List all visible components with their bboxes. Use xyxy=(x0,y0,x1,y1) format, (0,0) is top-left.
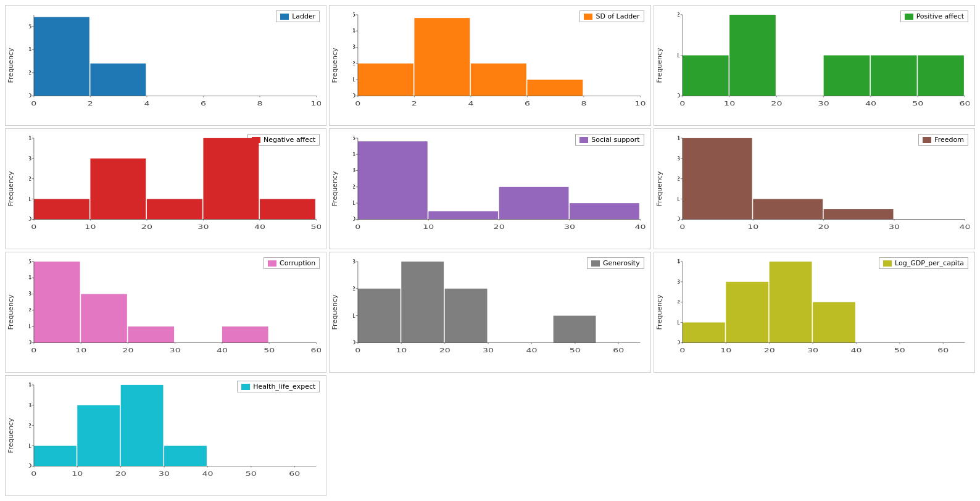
y-tick-label: 2 xyxy=(353,285,356,291)
x-tick-label: 30 xyxy=(807,347,818,354)
y-tick-label: 4 xyxy=(29,382,32,388)
bar xyxy=(528,80,583,96)
y-tick-label: 5 xyxy=(29,259,32,265)
y-tick-label: 2 xyxy=(29,422,32,428)
y-axis-label: Frequency xyxy=(7,48,15,83)
x-tick-label: 40 xyxy=(865,101,876,107)
bar xyxy=(683,56,729,96)
x-tick-label: 30 xyxy=(818,101,829,107)
svg-generosity: 01020304050600123 xyxy=(353,259,645,355)
x-tick-label: 6 xyxy=(525,101,530,107)
y-tick-label: 0 xyxy=(29,93,32,99)
y-tick-label: 2 xyxy=(353,60,356,67)
bar xyxy=(147,199,202,220)
chart-health-life-expect: FrequencyHealth_life_expect0102030405060… xyxy=(5,375,326,496)
y-tick-label: 4 xyxy=(678,259,681,265)
y-tick-label: 0 xyxy=(29,463,32,469)
x-tick-label: 60 xyxy=(613,347,625,354)
y-tick-label: 2 xyxy=(678,175,681,181)
y-tick-label: 0 xyxy=(353,216,356,222)
x-tick-label: 30 xyxy=(889,224,900,230)
x-tick-label: 8 xyxy=(581,101,587,107)
x-tick-label: 0 xyxy=(679,101,685,107)
bar xyxy=(203,138,259,220)
bar xyxy=(813,302,855,343)
y-tick-label: 2 xyxy=(678,12,681,18)
x-tick-label: 20 xyxy=(771,101,782,107)
y-tick-label: 3 xyxy=(353,44,356,50)
bar xyxy=(402,262,444,343)
bar xyxy=(81,294,127,343)
x-tick-label: 40 xyxy=(959,224,970,230)
y-tick-label: 5 xyxy=(353,12,356,18)
x-tick-label: 0 xyxy=(355,101,361,107)
x-tick-label: 0 xyxy=(31,471,36,477)
bar xyxy=(499,187,569,220)
chart-freedom: FrequencyFreedom01020304001234 xyxy=(654,128,975,249)
bar xyxy=(90,159,146,220)
x-tick-label: 40 xyxy=(850,347,862,354)
x-tick-label: 8 xyxy=(257,101,262,107)
chart-social-support: FrequencySocial support010203040012345 xyxy=(329,128,650,249)
bar xyxy=(358,141,428,219)
x-tick-label: 60 xyxy=(937,347,949,354)
x-tick-label: 50 xyxy=(246,471,257,477)
y-tick-label: 1 xyxy=(353,312,356,318)
svg-positive-affect: 0102030405060012 xyxy=(678,12,970,108)
x-tick-label: 10 xyxy=(85,224,96,230)
bar xyxy=(164,446,207,466)
y-tick-label: 0 xyxy=(678,93,681,99)
x-tick-label: 4 xyxy=(468,101,474,107)
bar xyxy=(471,64,526,96)
bar xyxy=(729,15,776,96)
x-tick-label: 20 xyxy=(141,224,152,230)
svg-ladder: 02468100246 xyxy=(29,12,321,108)
svg-sd-ladder: 0246810012345 xyxy=(353,12,645,108)
y-tick-label: 4 xyxy=(29,275,32,281)
x-tick-label: 0 xyxy=(355,224,361,230)
y-tick-label: 2 xyxy=(29,70,32,76)
x-tick-label: 30 xyxy=(197,224,209,230)
bar xyxy=(683,323,725,343)
y-tick-label: 2 xyxy=(29,307,32,313)
svg-corruption: 0102030405060012345 xyxy=(29,259,321,355)
y-tick-label: 4 xyxy=(29,135,32,141)
empty-cell xyxy=(329,375,650,496)
chart-negative-affect: FrequencyNegative affect0102030405001234 xyxy=(5,128,326,249)
y-tick-label: 3 xyxy=(678,279,681,285)
chart-ladder: FrequencyLadder02468100246 xyxy=(5,5,326,126)
bar xyxy=(871,56,917,96)
x-tick-label: 20 xyxy=(439,347,451,354)
chart-corruption: FrequencyCorruption0102030405060012345 xyxy=(5,252,326,373)
x-tick-label: 20 xyxy=(115,471,127,477)
x-tick-label: 10 xyxy=(75,347,86,354)
y-tick-label: 3 xyxy=(353,167,356,173)
bar xyxy=(260,199,315,220)
x-tick-label: 10 xyxy=(72,471,83,477)
svg-social-support: 010203040012345 xyxy=(353,135,645,231)
x-tick-label: 10 xyxy=(423,224,434,230)
x-tick-label: 10 xyxy=(396,347,407,354)
bar xyxy=(823,56,870,96)
x-tick-label: 60 xyxy=(310,347,321,354)
y-axis-label: Frequency xyxy=(331,172,339,207)
x-tick-label: 40 xyxy=(217,347,228,354)
y-tick-label: 1 xyxy=(353,200,356,206)
bar xyxy=(34,199,89,220)
bar xyxy=(769,262,812,343)
y-tick-label: 1 xyxy=(353,77,356,83)
x-tick-label: 30 xyxy=(170,347,181,354)
x-tick-label: 50 xyxy=(264,347,275,354)
x-tick-label: 6 xyxy=(201,101,206,107)
x-tick-label: 0 xyxy=(355,347,361,354)
x-tick-label: 30 xyxy=(159,471,170,477)
bar xyxy=(358,289,401,343)
bar xyxy=(121,385,164,466)
y-tick-label: 1 xyxy=(678,319,681,325)
bar xyxy=(823,209,893,219)
y-tick-label: 4 xyxy=(678,135,681,141)
y-tick-label: 3 xyxy=(678,155,681,162)
x-tick-label: 30 xyxy=(564,224,575,230)
y-tick-label: 4 xyxy=(353,28,356,34)
y-tick-label: 1 xyxy=(29,323,32,329)
